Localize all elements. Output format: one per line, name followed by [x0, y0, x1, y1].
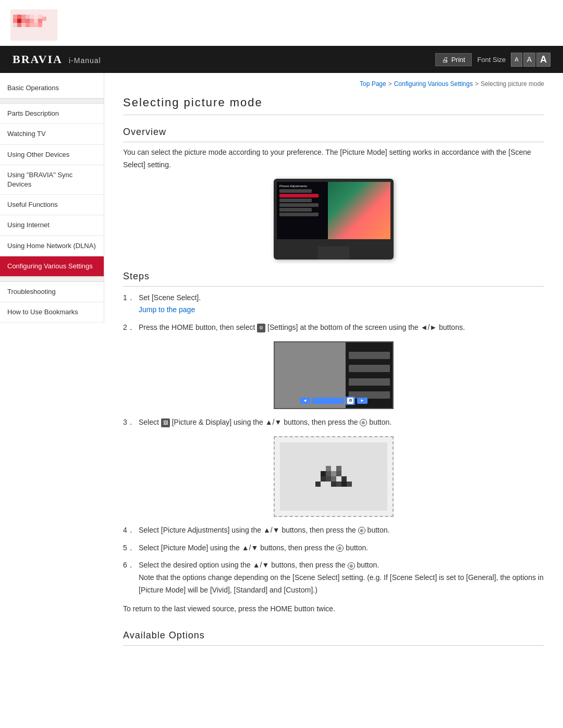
svg-rect-33 [341, 476, 347, 482]
brand-subtitle: i-Manual [69, 56, 101, 65]
svg-rect-34 [341, 482, 347, 487]
font-small-button[interactable]: A [511, 53, 522, 67]
step-2-content: Press the HOME button, then select ⚙ [Se… [139, 322, 544, 334]
step-1: 1． Set [Scene Select]. Jump to the page [123, 292, 544, 317]
svg-rect-18 [38, 15, 42, 19]
step-2-num: 2． [123, 322, 136, 334]
nav-right-arrow: ► [357, 398, 368, 404]
step-1-content: Set [Scene Select]. Jump to the page [139, 292, 544, 317]
brand-name: BRAVIA [13, 53, 63, 66]
svg-rect-29 [331, 482, 336, 487]
sidebar-item-configuring-various-settings[interactable]: Configuring Various Settings [0, 256, 104, 277]
breadcrumb-sep1: > [388, 80, 392, 88]
svg-rect-15 [30, 23, 34, 27]
svg-rect-37 [331, 471, 336, 476]
svg-rect-5 [17, 19, 21, 23]
sidebar-item-parts-description[interactable]: Parts Description [0, 104, 104, 124]
header-bar: BRAVIA i-Manual 🖨 Print Font Size A A A [0, 46, 563, 73]
sidebar-item-using-home-network[interactable]: Using Home Network (DLNA) [0, 236, 104, 256]
step-3-num: 3． [123, 416, 136, 429]
svg-rect-4 [13, 19, 17, 23]
svg-rect-1 [13, 15, 17, 19]
header-controls: 🖨 Print Font Size A A A [435, 53, 550, 67]
picture-display-screenshot [274, 436, 394, 517]
svg-rect-28 [326, 476, 331, 482]
svg-rect-16 [34, 15, 38, 19]
sony-logo-icon [10, 9, 57, 41]
main-content: Top Page > Configuring Various Settings … [104, 73, 563, 671]
svg-rect-7 [26, 15, 30, 19]
svg-rect-20 [42, 17, 46, 21]
sidebar-item-using-internet[interactable]: Using Internet [0, 215, 104, 236]
breadcrumb: Top Page > Configuring Various Settings … [123, 80, 544, 88]
svg-rect-25 [321, 476, 326, 482]
tv-image-panel [328, 182, 390, 239]
svg-rect-14 [26, 23, 30, 27]
breadcrumb-current: Selecting picture mode [481, 80, 544, 88]
step-1-num: 1． [123, 292, 136, 304]
sidebar-divider-2 [0, 277, 104, 282]
available-options-heading: Available Options [123, 630, 544, 646]
tv-stand [318, 246, 349, 260]
settings-right-panel [349, 349, 390, 402]
svg-rect-9 [30, 15, 34, 19]
sidebar-item-using-other-devices[interactable]: Using Other Devices [0, 145, 104, 165]
logo-area [0, 0, 563, 46]
svg-rect-8 [26, 19, 30, 23]
overview-text: You can select the picture mode accordin… [123, 146, 544, 171]
sidebar: Basic Operations Parts Description Watch… [0, 73, 104, 323]
step-3-content: Select 🖼 [Picture & Display] using the ▲… [139, 416, 544, 429]
step-5-content: Select [Picture Mode] using the ▲/▼ butt… [139, 542, 544, 554]
sidebar-item-troubleshooting[interactable]: Troubleshooting [0, 282, 104, 302]
brand-area: BRAVIA i-Manual [13, 53, 101, 66]
svg-rect-2 [17, 15, 21, 19]
nav-bar-center [312, 398, 344, 404]
breadcrumb-configuring[interactable]: Configuring Various Settings [394, 80, 473, 88]
svg-rect-24 [315, 482, 321, 487]
picture-inner [280, 442, 387, 511]
nav-left-arrow: ◄ [300, 398, 310, 404]
settings-screenshot: ◄ ⚙ ► [274, 341, 394, 409]
step-6: 6． Select the desired option using the ▲… [123, 559, 544, 596]
settings-row-3 [349, 378, 390, 386]
settings-row-1 [349, 352, 390, 359]
sidebar-divider-1 [0, 98, 104, 104]
breadcrumb-sep2: > [475, 80, 479, 88]
settings-row-2 [349, 365, 390, 372]
sidebar-item-watching-tv[interactable]: Watching TV [0, 124, 104, 144]
step-5-num: 5． [123, 542, 136, 554]
step-5-text: Select [Picture Mode] using the ▲/▼ butt… [139, 544, 368, 552]
step-6-content: Select the desired option using the ▲/▼ … [139, 559, 544, 596]
svg-rect-36 [326, 466, 331, 471]
sidebar-item-useful-functions[interactable]: Useful Functions [0, 195, 104, 215]
svg-rect-11 [13, 23, 17, 27]
svg-rect-38 [336, 466, 341, 471]
sidebar-item-how-to-use-bookmarks[interactable]: How to Use Bookmarks [0, 302, 104, 323]
svg-rect-17 [34, 19, 38, 23]
font-large-button[interactable]: A [536, 53, 550, 67]
step-2-text: Press the HOME button, then select ⚙ [Se… [139, 323, 465, 331]
step-6-num: 6． [123, 559, 136, 572]
step-6-note: Note that the options change depending o… [139, 573, 544, 594]
svg-rect-6 [21, 19, 26, 23]
svg-rect-30 [331, 476, 336, 482]
step-1-link[interactable]: Jump to the page [139, 304, 544, 316]
tv-screen-area: Picture Adjustments [277, 182, 390, 239]
svg-rect-10 [30, 19, 34, 23]
svg-rect-35 [347, 482, 352, 487]
bravia-pixel-art [308, 455, 360, 497]
font-medium-button[interactable]: A [523, 53, 535, 67]
print-icon: 🖨 [442, 56, 449, 64]
breadcrumb-top-page[interactable]: Top Page [360, 80, 386, 88]
tv-menu-panel: Picture Adjustments [277, 182, 328, 239]
step-1-text: Set [Scene Select]. [139, 293, 201, 302]
step-4-num: 4． [123, 524, 136, 537]
step-6-text: Select the desired option using the ▲/▼ … [139, 561, 544, 594]
tv-screenshot-1: Picture Adjustments [274, 179, 394, 260]
print-button[interactable]: 🖨 Print [435, 53, 472, 66]
step-5: 5． Select [Picture Mode] using the ▲/▼ b… [123, 542, 544, 554]
svg-rect-3 [21, 15, 26, 19]
step-4-text: Select [Picture Adjustments] using the ▲… [139, 526, 389, 534]
sidebar-item-using-bravia-sync[interactable]: Using "BRAVIA" Sync Devices [0, 165, 104, 195]
sidebar-item-basic-operations[interactable]: Basic Operations [0, 78, 104, 98]
